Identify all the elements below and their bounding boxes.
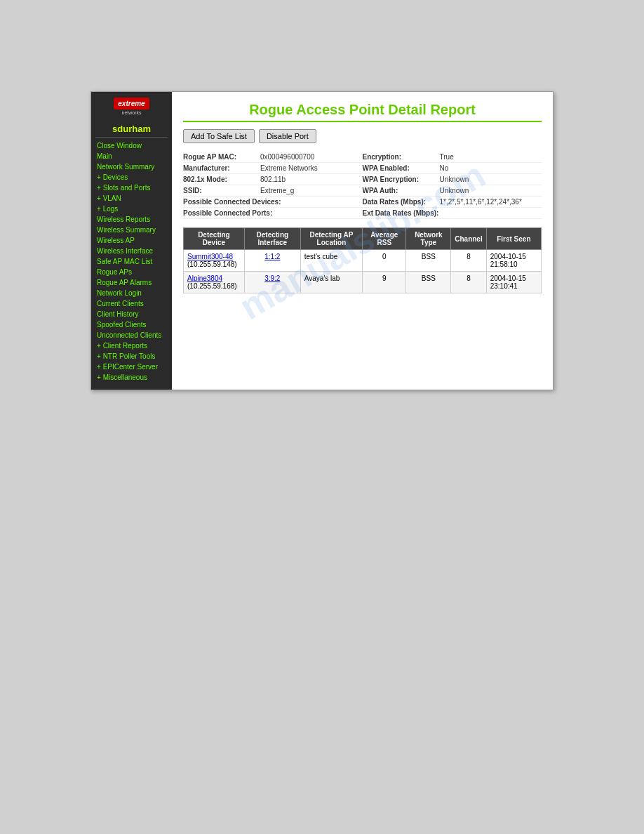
main-content: Rogue Access Point Detail Report Add To … bbox=[172, 92, 553, 303]
sidebar-item-close-window[interactable]: Close Window bbox=[91, 140, 172, 151]
cell-device: Summit300-48(10.255.59.148) bbox=[184, 250, 245, 272]
info-row-ssid: SSID: Extreme_g bbox=[183, 185, 363, 197]
label-mac: Rogue AP MAC: bbox=[183, 153, 260, 161]
device-link[interactable]: Summit300-48 bbox=[187, 253, 233, 260]
cell-device: Alpine3804(10.255.59.168) bbox=[184, 272, 245, 293]
logo-sub: networks bbox=[121, 110, 141, 115]
value-encryption: True bbox=[440, 153, 454, 161]
info-row-wpa-auth: WPA Auth: Unknown bbox=[363, 185, 542, 197]
sidebar-item-unconnected-clients[interactable]: Unconnected Clients bbox=[91, 330, 172, 340]
sidebar-item-logs[interactable]: Logs bbox=[91, 204, 172, 214]
sidebar: extreme networks sdurham Close Window Ma… bbox=[91, 92, 172, 390]
col-detecting-interface: Detecting Interface bbox=[244, 228, 300, 250]
table-header-row: Detecting Device Detecting Interface Det… bbox=[184, 228, 542, 250]
sidebar-item-slots-ports[interactable]: Slots and Ports bbox=[91, 183, 172, 193]
sidebar-item-wireless-reports[interactable]: Wireless Reports bbox=[91, 214, 172, 225]
info-row-manufacturer: Manufacturer: Extreme Networks bbox=[183, 163, 363, 174]
label-data-rates: Data Rates (Mbps): bbox=[363, 198, 440, 206]
value-8021x: 802.11b bbox=[260, 176, 286, 183]
label-manufacturer: Manufacturer: bbox=[183, 164, 260, 172]
sidebar-item-rogue-aps[interactable]: Rogue APs bbox=[91, 267, 172, 277]
sidebar-item-wireless-summary[interactable]: Wireless Summary bbox=[91, 225, 172, 235]
cell-ap-location: test's cube bbox=[300, 250, 362, 272]
detection-table: Detecting Device Detecting Interface Det… bbox=[183, 227, 542, 293]
cell-ap-location: Avaya's lab bbox=[300, 272, 362, 293]
info-row-data-rates: Data Rates (Mbps): 1*,2*,5*,11*,6*,12*,2… bbox=[363, 197, 542, 208]
sidebar-divider bbox=[95, 137, 168, 138]
info-row-ext-data-rates: Ext Data Rates (Mbps): bbox=[363, 208, 542, 219]
value-mac: 0x000496000700 bbox=[260, 153, 314, 161]
sidebar-item-safe-ap-mac-list[interactable]: Safe AP MAC List bbox=[91, 256, 172, 267]
info-left: Rogue AP MAC: 0x000496000700 Manufacture… bbox=[183, 152, 363, 219]
info-row-encryption: Encryption: True bbox=[363, 152, 542, 163]
info-row-connected-ports: Possible Connected Ports: bbox=[183, 208, 363, 219]
sidebar-item-rogue-ap-alarms[interactable]: Rogue AP Alarms bbox=[91, 277, 172, 288]
username-label: sdurham bbox=[112, 124, 151, 134]
cell-channel: 8 bbox=[451, 250, 486, 272]
sidebar-item-network-login[interactable]: Network Login bbox=[91, 288, 172, 298]
disable-port-button[interactable]: Disable Port bbox=[259, 129, 316, 143]
cell-first-seen: 2004-10-15 21:58:10 bbox=[486, 250, 541, 272]
col-detecting-device: Detecting Device bbox=[184, 228, 245, 250]
info-row-connected-devices: Possible Connected Devices: bbox=[183, 197, 363, 208]
page-title: Rogue Access Point Detail Report bbox=[183, 102, 542, 118]
label-ext-data-rates: Ext Data Rates (Mbps): bbox=[363, 209, 440, 217]
value-ssid: Extreme_g bbox=[260, 187, 294, 194]
label-ssid: SSID: bbox=[183, 187, 260, 194]
device-link[interactable]: Alpine3804 bbox=[187, 274, 222, 282]
col-channel: Channel bbox=[451, 228, 486, 250]
interface-link[interactable]: 1:1:2 bbox=[264, 253, 280, 260]
add-to-safe-list-button[interactable]: Add To Safe List bbox=[183, 129, 255, 143]
logo-brand: extreme bbox=[118, 100, 145, 107]
cell-avg-rss: 0 bbox=[363, 250, 406, 272]
value-wpa-encryption: Unknown bbox=[440, 176, 469, 183]
sidebar-item-miscellaneous[interactable]: Miscellaneous bbox=[91, 372, 172, 383]
cell-interface: 3:9:2 bbox=[244, 272, 300, 293]
info-row-8021x: 802.1x Mode: 802.11b bbox=[183, 174, 363, 185]
sidebar-item-wireless-interface[interactable]: Wireless Interface bbox=[91, 246, 172, 256]
col-average-rss: Average RSS bbox=[363, 228, 406, 250]
cell-network-type: BSS bbox=[406, 250, 451, 272]
value-manufacturer: Extreme Networks bbox=[260, 164, 318, 172]
label-wpa-encryption: WPA Encryption: bbox=[363, 176, 440, 183]
value-wpa-auth: Unknown bbox=[440, 187, 469, 194]
label-connected-ports: Possible Connected Ports: bbox=[183, 209, 272, 217]
interface-link[interactable]: 3:9:2 bbox=[264, 274, 280, 282]
sidebar-item-current-clients[interactable]: Current Clients bbox=[91, 298, 172, 309]
title-divider bbox=[183, 121, 542, 122]
value-data-rates: 1*,2*,5*,11*,6*,12*,24*,36* bbox=[440, 198, 522, 206]
sidebar-item-ntr-poller-tools[interactable]: NTR Poller Tools bbox=[91, 351, 172, 362]
info-row-wpa-encryption: WPA Encryption: Unknown bbox=[363, 174, 542, 185]
label-8021x: 802.1x Mode: bbox=[183, 176, 260, 183]
sidebar-item-client-reports[interactable]: Client Reports bbox=[91, 340, 172, 351]
info-grid: Rogue AP MAC: 0x000496000700 Manufacture… bbox=[183, 152, 542, 219]
cell-channel: 8 bbox=[451, 272, 486, 293]
col-detecting-ap-location: Detecting AP Location bbox=[300, 228, 362, 250]
logo-area: extreme networks bbox=[91, 92, 172, 119]
value-wpa-enabled: No bbox=[440, 164, 449, 172]
sidebar-item-wireless-ap[interactable]: Wireless AP bbox=[91, 235, 172, 246]
cell-first-seen: 2004-10-15 23:10:41 bbox=[486, 272, 541, 293]
info-row-wpa-enabled: WPA Enabled: No bbox=[363, 163, 542, 174]
sidebar-item-vlan[interactable]: VLAN bbox=[91, 193, 172, 204]
cell-network-type: BSS bbox=[406, 272, 451, 293]
col-first-seen: First Seen bbox=[486, 228, 541, 250]
label-connected-devices: Possible Connected Devices: bbox=[183, 198, 281, 206]
col-network-type: Network Type bbox=[406, 228, 451, 250]
sidebar-item-spoofed-clients[interactable]: Spoofed Clients bbox=[91, 319, 172, 330]
sidebar-item-epicenter-server[interactable]: EPICenter Server bbox=[91, 362, 172, 372]
sidebar-item-network-summary[interactable]: Network Summary bbox=[91, 161, 172, 172]
sidebar-item-devices[interactable]: Devices bbox=[91, 172, 172, 183]
info-right: Encryption: True WPA Enabled: No WPA Enc… bbox=[363, 152, 542, 219]
table-row: Alpine3804(10.255.59.168)3:9:2Avaya's la… bbox=[184, 272, 542, 293]
action-buttons: Add To Safe List Disable Port bbox=[183, 129, 542, 143]
cell-interface: 1:1:2 bbox=[244, 250, 300, 272]
sidebar-item-client-history[interactable]: Client History bbox=[91, 309, 172, 319]
label-encryption: Encryption: bbox=[363, 153, 440, 161]
cell-avg-rss: 9 bbox=[363, 272, 406, 293]
label-wpa-enabled: WPA Enabled: bbox=[363, 164, 440, 172]
logo-box: extreme bbox=[114, 98, 149, 110]
info-row-mac: Rogue AP MAC: 0x000496000700 bbox=[183, 152, 363, 163]
sidebar-item-main[interactable]: Main bbox=[91, 151, 172, 161]
table-row: Summit300-48(10.255.59.148)1:1:2test's c… bbox=[184, 250, 542, 272]
